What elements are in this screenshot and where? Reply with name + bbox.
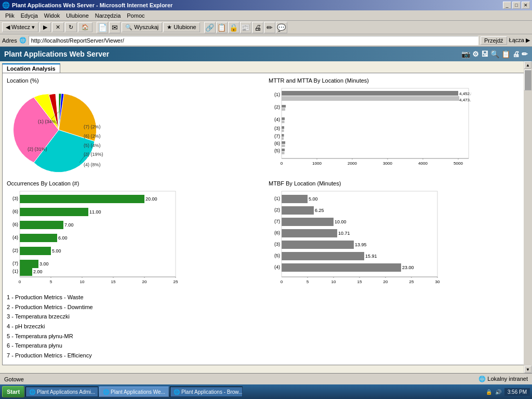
svg-text:(7): (7): [274, 219, 280, 224]
ie-icon7[interactable]: 💬: [276, 22, 287, 33]
menu-narzedzia[interactable]: Narzędzia: [92, 11, 124, 20]
back-button[interactable]: ◀ Wstecz ▾: [2, 22, 38, 32]
svg-text:15: 15: [357, 280, 362, 284]
app-icon: 🌐: [2, 2, 10, 9]
ie-icon5[interactable]: 🖨: [252, 22, 263, 33]
svg-text:25: 25: [409, 280, 414, 284]
taskbar-icon-3: 🌐: [174, 389, 180, 395]
svg-text:20: 20: [142, 280, 147, 284]
svg-rect-30: [282, 149, 285, 151]
menu-pomoc[interactable]: Pomoc: [124, 11, 148, 20]
ie-icon4[interactable]: 📰: [240, 22, 251, 33]
header-icon6[interactable]: 🖨: [512, 50, 520, 58]
svg-text:4000: 4000: [418, 161, 428, 166]
tab-bar: Location Analysis: [2, 63, 530, 73]
legend-item-1: 1 - Production Metrics - Waste: [7, 292, 525, 302]
legend-item-2: 2 - Production Metrics - Downtime: [7, 302, 525, 312]
svg-text:(6): (6): [12, 209, 18, 214]
svg-text:10: 10: [80, 280, 85, 284]
svg-text:2000: 2000: [348, 161, 357, 166]
menu-bar: Plik Edycja Widok Ulubione Narzędzia Pom…: [0, 10, 532, 21]
header-icon2[interactable]: ⚙: [472, 50, 479, 58]
svg-rect-25: [282, 129, 284, 132]
svg-text:(5) (4%): (5) (4%): [84, 143, 101, 148]
svg-text:4,473.15: 4,473.15: [459, 98, 471, 102]
svg-text:0: 0: [281, 161, 283, 166]
legend-item-5: 5 - Temperatura płynu-MR: [7, 331, 525, 341]
ie-icon2[interactable]: 📋: [216, 22, 228, 33]
svg-text:6.25: 6.25: [315, 208, 324, 213]
svg-text:(2): (2): [12, 248, 18, 253]
forward-button[interactable]: ▶: [39, 22, 51, 32]
svg-text:(2): (2): [274, 207, 280, 212]
svg-rect-92: [282, 229, 337, 237]
occurrences-chart-svg: (3) (6) (6) (4) (2) (7) (1) 20.00 11.00: [7, 189, 209, 287]
home-button[interactable]: 🏠: [78, 22, 92, 32]
svg-text:5.00: 5.00: [52, 248, 61, 254]
header-icon1[interactable]: 📷: [461, 50, 470, 58]
header-icon3[interactable]: 🖫: [481, 50, 488, 58]
refresh-button[interactable]: ↻: [65, 22, 77, 32]
location-analysis-tab[interactable]: Location Analysis: [2, 63, 60, 73]
close-button[interactable]: ✕: [522, 2, 530, 9]
ie-icon1[interactable]: 🔗: [204, 22, 216, 33]
history-button[interactable]: 📄: [97, 22, 108, 33]
taskbar-item-1[interactable]: 🌐 Plant Applications Admi...: [25, 387, 98, 397]
menu-widok[interactable]: Widok: [41, 11, 63, 20]
address-input[interactable]: [29, 36, 478, 45]
taskbar-icon-1: 🌐: [29, 389, 35, 395]
start-button[interactable]: Start: [2, 386, 24, 397]
svg-rect-98: [282, 263, 401, 272]
legend-item-6: 6 - Temperatura płynu: [7, 341, 525, 351]
scroll-up-button[interactable]: ▲: [524, 61, 531, 69]
mail-button[interactable]: ✉: [109, 22, 121, 33]
svg-text:3000: 3000: [383, 161, 392, 166]
svg-rect-58: [20, 234, 57, 242]
taskbar-sound-icon: 🔊: [495, 389, 501, 395]
svg-rect-26: [282, 134, 284, 137]
header-icon4[interactable]: 🔍: [490, 50, 499, 58]
legend-section: 1 - Production Metrics - Waste 2 - Produ…: [7, 292, 525, 361]
svg-text:4,452.50: 4,452.50: [459, 91, 471, 96]
stop-button[interactable]: ✕: [52, 22, 64, 32]
menu-edycja[interactable]: Edycja: [18, 11, 41, 20]
ie-icon6[interactable]: ✏: [264, 22, 275, 33]
taskbar: Start 🌐 Plant Applications Admi... 🌐 Pla…: [0, 384, 532, 399]
pie-container: (1) (34%) (2) (31%) (3) (19%) (4) (8%) (…: [7, 86, 263, 174]
taskbar-item-3[interactable]: 🌐 Plant Applications - Brow...: [170, 387, 243, 397]
svg-text:(1): (1): [274, 196, 280, 201]
favorites-button[interactable]: ★ Ulubione: [163, 22, 200, 32]
title-bar: 🌐 Plant Applications Web Server - Micros…: [0, 0, 532, 10]
svg-text:23.00: 23.00: [402, 265, 414, 270]
go-button[interactable]: Przejdź: [481, 36, 507, 45]
scroll-thumb[interactable]: [524, 70, 531, 90]
status-text: Gotowe: [4, 376, 24, 382]
svg-text:(5): (5): [274, 253, 280, 258]
menu-ulubione[interactable]: Ulubione: [63, 11, 91, 20]
taskbar-item-2[interactable]: 🌐 Plant Applications We...: [99, 387, 169, 397]
header-icon5[interactable]: 📋: [501, 50, 510, 58]
mttr-chart-section: MTTR and MTTA By Location (Minutes) (1) …: [269, 77, 525, 175]
svg-rect-90: [282, 218, 334, 226]
menu-plik[interactable]: Plik: [2, 11, 18, 20]
svg-text:(1): (1): [12, 269, 18, 274]
scroll-down-button[interactable]: ▼: [524, 366, 531, 373]
search-button[interactable]: 🔍 Wyszukaj: [122, 22, 162, 32]
svg-text:2.00: 2.00: [33, 269, 43, 274]
ie-icon3[interactable]: 🔒: [228, 22, 240, 33]
scroll-track: [524, 69, 531, 366]
report-area: Location (%): [2, 73, 530, 365]
header-icon7[interactable]: ✏: [522, 50, 528, 58]
svg-rect-27: [282, 137, 284, 140]
scrollbar[interactable]: ▲ ▼: [524, 61, 532, 373]
minimize-button[interactable]: _: [503, 2, 511, 9]
svg-text:(4): (4): [274, 117, 280, 122]
legend-item-4: 4 - pH brzeczki: [7, 322, 525, 331]
svg-rect-23: [282, 121, 285, 123]
occurrences-chart-title: Occurrences By Location (#): [7, 180, 263, 187]
pie-chart-section: Location (%): [7, 77, 263, 175]
maximize-button[interactable]: □: [512, 2, 521, 9]
svg-text:(7): (7): [12, 261, 18, 266]
svg-text:(2) (31%): (2) (31%): [28, 147, 47, 152]
svg-rect-29: [282, 144, 285, 147]
